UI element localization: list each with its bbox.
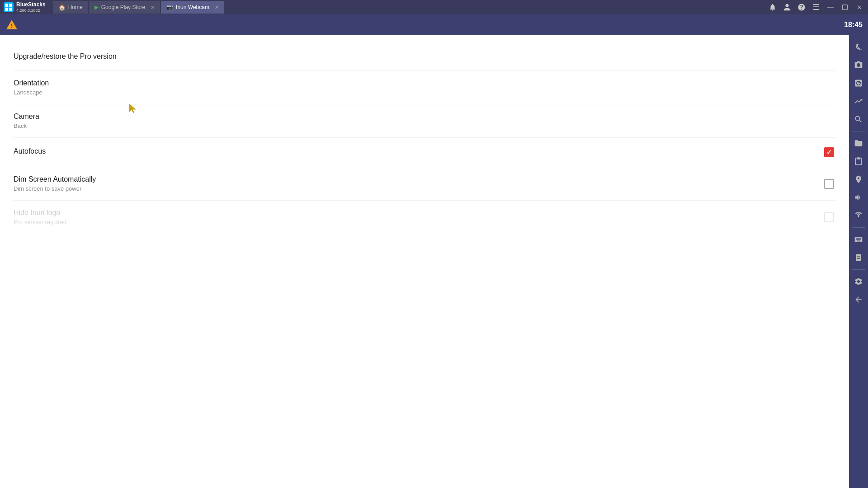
tabs-area: 🏠 Home ▶ Google Play Store ✕ 📷 Iriun Web… [53,1,224,14]
sidebar-divider-2 [852,227,865,228]
sidebar-icon-stats[interactable] [850,93,867,109]
title-bar-left: BlueStacks 4.260.0.1032 🏠 Home ▶ Google … [4,1,224,14]
sidebar-icon-clipboard[interactable] [850,153,867,169]
sidebar-divider-3 [852,269,865,270]
google-play-tab-icon: ▶ [94,4,99,10]
setting-upgrade-left: Upgrade/restore the Pro version [14,52,835,62]
setting-dim-screen-label: Dim Screen Automatically [14,175,823,183]
setting-hide-logo: Hide Iriun logo Pro version required [14,201,835,234]
sidebar-divider-1 [852,131,865,131]
sidebar-icon-connection[interactable] [850,207,867,224]
setting-orientation[interactable]: Orientation Landscape [14,71,835,104]
setting-orientation-label: Orientation [14,79,835,87]
dim-screen-unchecked-box [824,179,834,189]
google-play-tab-label: Google Play Store [101,4,145,10]
sidebar-icon-location[interactable] [850,171,867,188]
google-play-tab-close[interactable]: ✕ [151,5,155,10]
setting-dim-screen-left: Dim Screen Automatically Dim screen to s… [14,175,823,192]
svg-rect-1 [9,4,12,7]
setting-camera-label: Camera [14,113,835,121]
setting-orientation-left: Orientation Landscape [14,79,835,96]
account-btn[interactable] [782,2,792,12]
minimize-btn[interactable] [826,2,835,12]
home-tab-label: Home [68,4,83,10]
dim-screen-checkbox[interactable] [823,178,835,190]
setting-autofocus-left: Autofocus [14,147,823,157]
setting-upgrade[interactable]: Upgrade/restore the Pro version [14,44,835,71]
main-container: Upgrade/restore the Pro version Orientat… [0,35,868,488]
svg-rect-3 [9,8,12,11]
right-sidebar [849,35,868,488]
menu-btn[interactable]: ☰ [811,2,821,12]
title-bar-right: ☰ [768,2,864,12]
setting-hide-logo-label: Hide Iriun logo [14,209,823,217]
sidebar-icon-rotate[interactable] [850,39,867,55]
setting-autofocus[interactable]: Autofocus ✓ [14,138,835,167]
toolbar-left [5,19,18,31]
sidebar-icon-folder[interactable] [850,135,867,151]
sidebar-icon-zoom[interactable] [850,111,867,127]
svg-rect-5 [843,5,848,10]
help-btn[interactable] [797,2,807,12]
restore-btn[interactable] [840,2,850,12]
setting-camera-left: Camera Back [14,113,835,129]
sidebar-icon-back[interactable] [850,291,867,308]
warning-icon [5,19,18,31]
iriun-tab-close[interactable]: ✕ [215,5,219,10]
bluestacks-logo: BlueStacks 4.260.0.1032 [4,1,46,13]
setting-dim-screen-sublabel: Dim screen to save power [14,185,823,192]
setting-camera[interactable]: Camera Back [14,104,835,138]
app-version: 4.260.0.1032 [16,8,46,13]
sidebar-icon-macro[interactable] [850,249,867,266]
setting-autofocus-label: Autofocus [14,147,823,155]
setting-orientation-sublabel: Landscape [14,89,835,96]
close-btn[interactable] [854,2,864,12]
tab-iriun[interactable]: 📷 Iriun Webcam ✕ [161,1,224,14]
tab-home[interactable]: 🏠 Home [53,1,88,14]
sidebar-icon-settings[interactable] [850,273,867,290]
setting-upgrade-label: Upgrade/restore the Pro version [14,52,835,61]
sidebar-icon-keyboard[interactable] [850,231,867,248]
content-panel: Upgrade/restore the Pro version Orientat… [0,35,849,488]
iriun-tab-icon: 📷 [166,4,173,10]
notification-btn[interactable] [768,2,778,12]
svg-rect-2 [5,8,8,11]
logo-icon [4,2,14,12]
autofocus-checked-box: ✓ [824,147,834,157]
sidebar-icon-volume[interactable] [850,189,867,206]
hide-logo-checkbox [823,211,835,224]
setting-hide-logo-left: Hide Iriun logo Pro version required [14,209,823,225]
setting-dim-screen[interactable]: Dim Screen Automatically Dim screen to s… [14,167,835,201]
clock: 18:45 [844,21,863,29]
toolbar: 18:45 [0,14,868,35]
home-tab-icon: 🏠 [58,4,66,11]
hide-logo-unchecked-box [824,212,834,222]
iriun-tab-label: Iriun Webcam [176,4,209,10]
autofocus-check-mark: ✓ [826,149,832,156]
sidebar-icon-screenshot[interactable] [850,57,867,73]
svg-rect-4 [827,7,834,7]
app-name: BlueStacks [16,1,46,8]
tab-google-play[interactable]: ▶ Google Play Store ✕ [89,1,160,14]
setting-hide-logo-sublabel: Pro version required [14,219,823,225]
sidebar-icon-performance[interactable] [850,75,867,91]
title-bar: BlueStacks 4.260.0.1032 🏠 Home ▶ Google … [0,0,868,14]
setting-camera-sublabel: Back [14,122,835,129]
autofocus-checkbox[interactable]: ✓ [823,146,835,159]
svg-rect-0 [5,4,8,7]
